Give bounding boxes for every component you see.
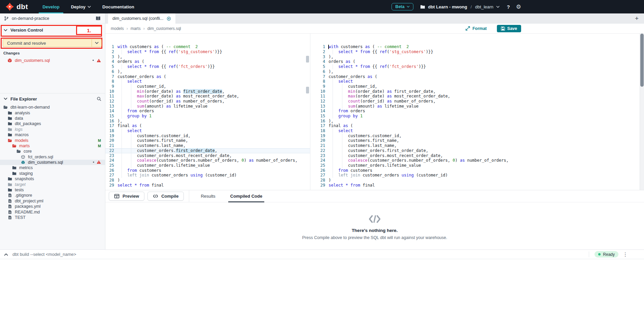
tree-item-marts[interactable]: martsM [0,143,105,149]
tree-item-staging[interactable]: staging [0,171,105,176]
code-line-16: 16), [316,119,644,124]
line-number: 29 [105,183,114,188]
tree-item-analysis[interactable]: analysis [0,110,105,115]
gear-icon[interactable]: ⚙ [516,4,521,10]
format-button[interactable]: Format [466,26,486,31]
change-item[interactable]: dim_customers.sql• [0,57,105,64]
tree-item-target[interactable]: target [0,182,105,187]
code-text: orders as ( [329,59,355,64]
tree-item-dbt_project.yml[interactable]: dbt_project.yml [0,198,105,204]
tab-results[interactable]: Results [201,190,215,202]
search-icon[interactable] [97,96,101,101]
compile-button[interactable]: Compile [147,192,184,201]
chevron-up-icon[interactable] [4,253,8,256]
help-icon[interactable]: ? [507,4,510,10]
nav-item-deploy[interactable]: Deploy [65,0,97,13]
code-line-8: 8 select [316,79,644,84]
dbt-logo[interactable]: dbt [5,2,28,11]
indent-guide [333,153,333,158]
tree-item-tests[interactable]: tests [0,187,105,193]
line-number: 20 [105,138,114,143]
tree-item-README.md[interactable]: README.md [0,209,105,214]
tree-item-.gitignore[interactable]: .gitignore [0,193,105,198]
file-explorer-header[interactable]: File Explorer [0,94,105,103]
command-input[interactable]: dbt build --select <model_name> [12,252,76,257]
line-number: 23 [105,153,114,158]
status-badge[interactable]: Ready [595,251,618,258]
nav-item-develop[interactable]: Develop [37,0,65,13]
code-text: customer_orders.most_recent_order_date, [117,153,232,158]
breadcrumb-item[interactable]: dim_customers.sql [147,26,181,31]
docs-book-icon[interactable] [95,16,101,21]
indent-guide [122,109,122,114]
indent-guide [131,158,131,163]
indent-guide [122,153,122,158]
scrollbar-thumb[interactable] [640,34,644,87]
beta-dropdown[interactable]: Beta [392,3,413,10]
tree-item-data[interactable]: data [0,116,105,121]
breadcrumb-item[interactable]: models [111,26,124,31]
tree-item-label: core [24,149,32,154]
branch-selector[interactable]: on-demand-practice [0,13,105,24]
save-label: Save [507,26,517,31]
tab-dim-customers[interactable]: dim_customers.sql (confli... [108,13,175,24]
commit-and-resolve-button[interactable]: Commit and resolve [3,39,92,47]
code-line-28: 28) [105,178,310,183]
code-text: customers.first_name, [329,138,399,143]
tree-item-packages.yml[interactable]: packages.yml [0,204,105,209]
tree-item-label: analysis [15,111,30,115]
line-number: 13 [316,104,325,109]
code-text: ), [117,54,122,60]
code-lines-right: 1with customers as ( -- comment 22 selec… [316,44,644,188]
code-text: customer_orders.lifetime_value [329,163,421,168]
code-line-11: 11 max(order_date) as most_recent_order_… [316,94,644,99]
tree-item-models[interactable]: modelsM [0,137,105,143]
preview-button[interactable]: Preview [109,192,144,201]
tree-item-dbt-learn-on-demand[interactable]: dbt-learn-on-demand [0,105,105,110]
line-number: 27 [316,173,325,178]
status-label: Ready [603,252,615,257]
folder-icon [16,149,21,153]
code-line-2: 2 select * from {{ ref('stg_customers')}… [316,49,644,54]
tree-item-metrics[interactable]: metrics [0,165,105,170]
tree-item-label: macros [15,132,29,137]
code-text: select [329,128,353,133]
version-control-header[interactable]: Version Control [4,28,43,33]
tree-item-core[interactable]: core [0,149,105,154]
indent-guide [122,84,122,89]
tree-item-snapshots[interactable]: snapshots [0,176,105,182]
code-text: select [117,79,142,84]
editor-pane-left[interactable]: 1with customers as ( -- comment 22 selec… [105,34,310,190]
breadcrumb-item[interactable]: marts [131,26,141,31]
indent-guide [122,143,122,148]
format-label: Format [472,26,486,31]
code-line-17: 17final as ( [105,123,310,128]
save-button[interactable]: Save [497,25,521,32]
file-icon [8,204,12,208]
code-line-14: 14 from orders [316,109,644,114]
code-line-19: 19 customers.customer_id, [316,133,644,139]
tab-compiled-code[interactable]: Compiled Code [230,190,262,202]
tree-item-fct_orders.sql[interactable]: fct_orders.sql [0,154,105,160]
code-text: min(order_date) as first_order_date, [117,89,225,94]
editor-scrollbar[interactable] [640,34,644,190]
editor-pane-right[interactable]: 1with customers as ( -- comment 22 selec… [310,34,644,190]
line-number: 4 [105,59,114,64]
tree-item-macros[interactable]: macros [0,132,105,137]
warning-icon [97,58,101,63]
indent-guide [333,104,333,109]
editor-toolbar: models›marts›dim_customers.sql Format Sa… [105,24,644,34]
tree-item-dim_customers.sql[interactable]: dim_customers.sql• [0,160,105,165]
indent-guide [122,89,122,94]
sidebar: on-demand-practice Version Control 1. [0,13,105,249]
commit-dropdown-button[interactable] [92,39,102,47]
tree-item-TEST[interactable]: TEST [0,215,105,220]
account-switcher[interactable]: dbt Learn - mwong / dbt_learn [420,4,499,9]
tree-item-logs[interactable]: logs [0,127,105,132]
kebab-menu-icon[interactable]: ⋮ [623,252,628,257]
nav-item-documentation[interactable]: Documentation [97,0,140,13]
tree-item-label: tests [15,188,24,192]
new-tab-button[interactable]: + [635,13,639,24]
code-text: customers.first_name, [117,138,188,143]
tree-item-dbt_packages[interactable]: dbt_packages [0,121,105,126]
